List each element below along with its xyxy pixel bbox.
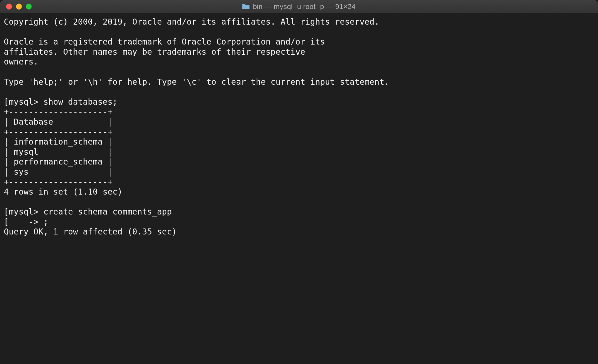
table-header: | Database | [4,117,112,127]
terminal-body[interactable]: Copyright (c) 2000, 2019, Oracle and/or … [0,13,598,364]
minimize-icon[interactable] [16,4,22,10]
window-title: bin — mysql -u root -p — 91×24 [253,2,355,11]
trademark-line: Oracle is a registered trademark of Orac… [4,37,325,46]
table-row: | sys | [4,167,112,177]
table-border: +--------------------+ [4,107,112,116]
zoom-icon[interactable] [26,4,32,10]
table-row: | information_schema | [4,137,112,146]
table-row: | performance_schema | [4,157,112,166]
folder-icon [242,4,249,9]
copyright-line: Copyright (c) 2000, 2019, Oracle and/or … [4,17,379,27]
traffic-lights [6,4,32,10]
titlebar[interactable]: bin — mysql -u root -p — 91×24 [0,0,598,13]
mysql-continuation: [ -> ; [4,217,48,227]
terminal-window: bin — mysql -u root -p — 91×24 Copyright… [0,0,598,364]
trademark-line: owners. [4,57,38,66]
row-count: 4 rows in set (1.10 sec) [4,187,122,196]
trademark-line: affiliates. Other names may be trademark… [4,47,305,57]
close-icon[interactable] [6,4,12,10]
table-row: | mysql | [4,147,112,157]
query-result: Query OK, 1 row affected (0.35 sec) [4,227,177,236]
terminal-output: Copyright (c) 2000, 2019, Oracle and/or … [4,17,594,237]
table-border: +--------------------+ [4,177,112,187]
mysql-prompt: [mysql> create schema comments_app [4,207,172,216]
table-border: +--------------------+ [4,127,112,137]
mysql-prompt: [mysql> show databases; [4,97,117,107]
help-line: Type 'help;' or '\h' for help. Type '\c'… [4,77,389,87]
title-center: bin — mysql -u root -p — 91×24 [0,2,598,11]
